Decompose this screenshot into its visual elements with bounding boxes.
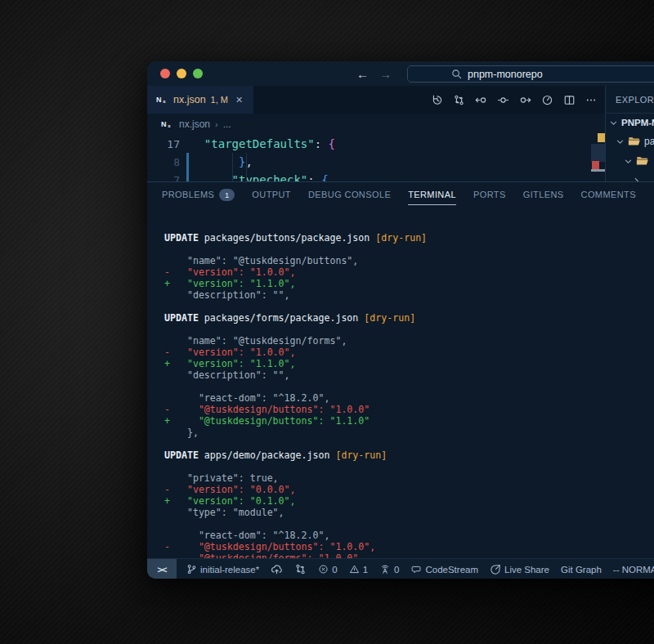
minimap-slider[interactable] <box>591 144 605 162</box>
terminal-line: "type": "module", <box>164 507 654 518</box>
status-item-warnings[interactable]: 1 <box>349 564 368 575</box>
terminal-line: - "version": "1.0.0", <box>164 347 654 358</box>
code-text: "typecheck": { <box>190 173 329 181</box>
status-item-codestream[interactable]: CodeStream <box>410 564 478 575</box>
maximize-window-button[interactable] <box>193 69 203 78</box>
tab-nx-json[interactable]: Nx nx.json 1, M ✕ <box>147 86 253 114</box>
explorer-root-label: PNPM-MONOREPO <box>621 118 654 127</box>
panel-tab-terminal[interactable]: TERMINAL <box>408 182 456 207</box>
panel-tab-problems[interactable]: PROBLEMS1 <box>162 182 235 207</box>
timer-button[interactable] <box>540 92 554 107</box>
explorer-tree-item[interactable] <box>606 151 654 171</box>
status-item-live-share[interactable]: Live Share <box>490 564 549 575</box>
terminal-line: - "@tuskdesign/buttons": "1.0.0" <box>164 404 654 415</box>
sync-branches-icon <box>294 563 307 575</box>
prev-change-button[interactable] <box>473 92 488 107</box>
code-line[interactable]: 8 }, <box>147 153 605 171</box>
status-item-publish[interactable] <box>271 564 283 575</box>
terminal-line: UPDATE packages/buttons/package.json [dr… <box>164 232 654 244</box>
back-arrow-icon[interactable]: ← <box>356 67 369 81</box>
explorer-tree-item[interactable]: packages <box>606 132 654 151</box>
panel-tab-comments[interactable]: COMMENTS <box>581 182 636 207</box>
terminal-line: - "version": "0.0.0", <box>164 484 654 495</box>
command-center-search[interactable]: pnpm-monorepo <box>407 65 654 83</box>
history-icon <box>431 94 443 106</box>
breadcrumb[interactable]: Nx nx.json › ... <box>147 114 605 135</box>
status-item-label: 0 <box>394 565 399 575</box>
git-modified-gutter <box>186 153 189 171</box>
minimize-window-button[interactable] <box>177 69 186 78</box>
terminal-line: UPDATE apps/demo/package.json [dry-run] <box>164 449 654 461</box>
breadcrumb-file[interactable]: nx.json <box>179 119 210 130</box>
status-item-label: CodeStream <box>425 565 478 575</box>
next-change-button[interactable] <box>517 92 532 107</box>
terminal-line <box>164 381 654 392</box>
titlebar: ← → pnpm-monorepo <box>147 61 654 86</box>
status-item-label: -- NORMAL -- <box>613 565 654 575</box>
forward-arrow-icon[interactable]: → <box>379 67 392 81</box>
status-item-sync-branches[interactable] <box>294 563 307 575</box>
breadcrumb-more[interactable]: ... <box>223 119 231 130</box>
status-item-label: initial-release* <box>200 565 259 575</box>
panel-tab-label: TERMINAL <box>408 184 456 205</box>
svg-text:N: N <box>161 120 167 128</box>
tab-decoration: 1, M <box>211 95 228 105</box>
terminal-line: "description": "", <box>164 369 654 381</box>
status-item-git-graph[interactable]: Git Graph <box>561 565 602 575</box>
split-icon <box>563 94 576 106</box>
panel-tabs: PROBLEMS1OUTPUTDEBUG CONSOLETERMINALPORT… <box>147 182 654 207</box>
remote-indicator[interactable]: >< <box>147 559 177 579</box>
status-item-errors[interactable]: 0 <box>318 564 337 575</box>
terminal-line <box>164 324 654 335</box>
code-line[interactable]: 17 "targetDefaults": { <box>147 135 605 153</box>
chevron-right-icon: › <box>215 119 218 129</box>
terminal-line: "name": "@tuskdesign/buttons", <box>164 255 654 266</box>
panel-tab-debug-console[interactable]: DEBUG CONSOLE <box>308 182 391 207</box>
explorer-root-item[interactable]: PNPM-MONOREPO <box>606 114 654 132</box>
close-window-button[interactable] <box>160 69 170 78</box>
panel-tab-label: GITLENS <box>523 184 564 205</box>
prev-change-icon <box>475 94 487 106</box>
explorer-sidebar: EXPLORER PNPM-MONOREPO packages <box>605 86 654 181</box>
open-change-button[interactable] <box>495 92 510 107</box>
desktop-background: ← → pnpm-monorepo Nx nx.json 1, M ✕ Nx n… <box>0 0 654 644</box>
split-button[interactable] <box>562 92 576 107</box>
svg-text:N: N <box>156 96 162 104</box>
more-button[interactable] <box>584 92 598 107</box>
minimap[interactable] <box>576 132 605 181</box>
search-value: pnpm-monorepo <box>468 69 543 80</box>
close-tab-icon[interactable]: ✕ <box>235 95 243 105</box>
panel-tab-output[interactable]: OUTPUT <box>252 182 291 207</box>
status-item-label: Git Graph <box>561 565 602 575</box>
compare-icon <box>453 94 465 106</box>
terminal-output[interactable]: UPDATE packages/buttons/package.json [dr… <box>147 207 654 559</box>
history-button[interactable] <box>429 92 444 107</box>
terminal-line <box>164 301 654 312</box>
git-branch-icon <box>186 564 197 575</box>
compare-button[interactable] <box>451 92 466 107</box>
code-text: "targetDefaults": { <box>190 137 335 150</box>
code-line[interactable]: 7 "typecheck": { <box>147 171 605 181</box>
code-editor[interactable]: 17 "targetDefaults": {8 },7 "typecheck":… <box>147 135 605 181</box>
status-item-broadcast[interactable]: 0 <box>379 564 399 575</box>
terminal-line <box>164 461 654 472</box>
editor-tab-strip: Nx nx.json 1, M ✕ <box>147 86 654 114</box>
minimap-modified-marker <box>598 133 605 142</box>
status-items: initial-release*010CodeStreamLive ShareG… <box>177 563 654 575</box>
folder-icon <box>636 155 649 167</box>
warnings-icon <box>349 564 360 575</box>
panel-tab-label: COMMENTS <box>581 184 636 205</box>
indent-guide <box>232 153 233 181</box>
open-change-icon <box>497 94 509 106</box>
panel-tab-label: PORTS <box>473 184 506 205</box>
status-item-git-branch[interactable]: initial-release* <box>186 564 259 575</box>
editor-actions <box>429 86 598 114</box>
terminal-line <box>164 518 654 530</box>
panel-tab-ports[interactable]: PORTS <box>473 182 506 207</box>
git-modified-gutter <box>186 171 189 181</box>
panel-tab-gitlens[interactable]: GITLENS <box>523 182 564 207</box>
terminal-line: "react-dom": "^18.2.0", <box>164 392 654 404</box>
line-number: 8 <box>147 156 180 168</box>
nx-file-icon: Nx <box>161 119 173 129</box>
status-item-vim-mode[interactable]: -- NORMAL -- <box>613 565 654 575</box>
